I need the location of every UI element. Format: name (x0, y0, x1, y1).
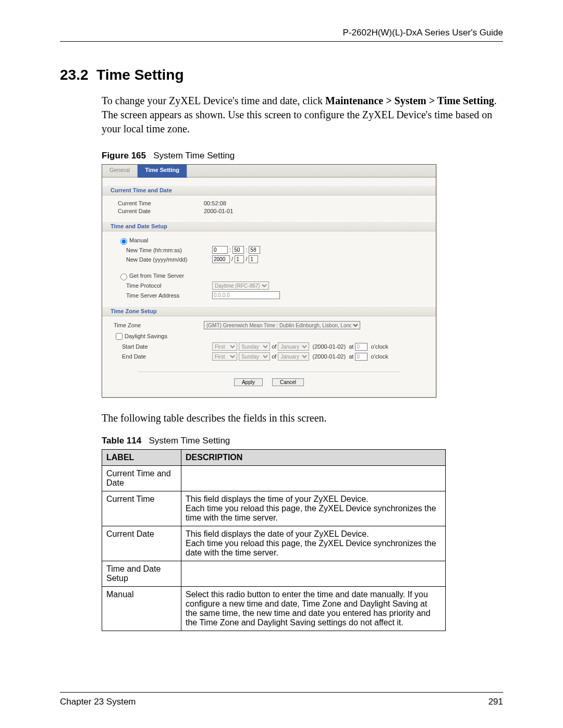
input-new-date-dd[interactable] (249, 255, 258, 263)
intro-paragraph: To change your ZyXEL Device's time and d… (102, 94, 503, 136)
cancel-button[interactable]: Cancel (272, 378, 304, 386)
input-new-time-mm[interactable] (232, 246, 244, 254)
input-new-time-ss[interactable] (249, 246, 260, 254)
value-start-dst-date: (2000-01-02) (313, 343, 346, 350)
cell-label: Time and Date Setup (102, 561, 181, 587)
cell-desc-line: This field displays the date of your ZyX… (186, 529, 441, 539)
input-new-date-mm[interactable] (235, 255, 244, 263)
cell-label: Current Date (102, 526, 181, 561)
cell-desc: This field displays the date of your ZyX… (181, 526, 446, 561)
separator-dots (139, 372, 399, 372)
tab-time-setting[interactable]: Time Setting (138, 165, 187, 178)
band-time-date-setup: Time and Date Setup (102, 221, 436, 231)
band-current-time-date: Current Time and Date (102, 185, 436, 195)
table-row: Manual Select this radio button to enter… (102, 587, 446, 631)
header-rule (60, 41, 503, 42)
label-of-end: of (272, 353, 276, 360)
select-end-day[interactable]: Sunday (239, 352, 270, 361)
intro-pre: To change your ZyXEL Device's time and d… (102, 95, 325, 106)
table-row: Current Date This field displays the dat… (102, 526, 446, 561)
cell-desc: This field displays the time of your ZyX… (181, 491, 446, 526)
cell-desc-line: Each time you reload this page, the ZyXE… (186, 539, 441, 558)
select-start-month[interactable]: January (278, 342, 309, 351)
section-title: Time Setting (96, 67, 184, 83)
figure-title: System Time Setting (153, 151, 235, 161)
figure-caption: Figure 165 System Time Setting (102, 151, 503, 161)
table-row: Current Time and Date (102, 466, 446, 491)
label-of-start: of (272, 343, 276, 350)
intro-bold-path: Maintenance > System > Time Setting (325, 95, 494, 106)
th-description: DESCRIPTION (181, 450, 446, 466)
footer-page-number: 291 (488, 697, 503, 707)
table-caption: Table 114 System Time Setting (102, 436, 503, 446)
field-description-table: LABEL DESCRIPTION Current Time and Date … (102, 449, 446, 631)
table-label: Table 114 (102, 436, 141, 446)
label-oclock-start: o'clock (371, 343, 388, 350)
select-start-ordinal[interactable]: First (212, 342, 237, 351)
checkbox-daylight-savings[interactable] (116, 333, 123, 340)
cell-desc: Select this radio button to enter the ti… (181, 587, 446, 631)
input-start-hour[interactable] (355, 343, 368, 351)
select-end-ordinal[interactable]: First (212, 352, 237, 361)
select-time-zone[interactable]: (GMT) Greenwich Mean Time : Dublin Edinb… (204, 321, 360, 329)
cell-label: Manual (102, 587, 181, 631)
label-start-date: Start Date (114, 343, 212, 350)
footer-rule (60, 692, 503, 693)
tab-bar: General Time Setting (102, 165, 436, 178)
label-end-date: End Date (114, 353, 212, 360)
label-at-start: at (349, 343, 353, 350)
cell-label: Current Time (102, 491, 181, 526)
select-start-day[interactable]: Sunday (239, 342, 270, 351)
value-current-time: 00:52:08 (204, 200, 226, 206)
cell-desc-line: This field displays the time of your ZyX… (186, 495, 441, 504)
table-row: Current Time This field displays the tim… (102, 491, 446, 526)
select-end-month[interactable]: January (278, 352, 309, 361)
radio-manual[interactable] (120, 238, 127, 245)
label-time-zone: Time Zone (114, 322, 204, 328)
label-time-server-address: Time Server Address (118, 292, 212, 299)
value-current-date: 2000-01-01 (204, 208, 233, 214)
apply-button[interactable]: Apply (234, 378, 263, 386)
value-end-dst-date: (2000-01-02) (313, 353, 346, 360)
label-oclock-end: o'clock (371, 353, 388, 360)
label-time-protocol: Time Protocol (118, 282, 212, 289)
time-setting-screenshot: General Time Setting Current Time and Da… (102, 164, 436, 398)
label-at-end: at (349, 353, 353, 360)
table-row: Time and Date Setup (102, 561, 446, 587)
table-title: System Time Setting (149, 436, 230, 446)
label-current-date: Current Date (118, 208, 204, 214)
radio-time-server[interactable] (120, 274, 127, 280)
label-get-from-server: Get from Time Server (129, 273, 184, 279)
input-new-date-yyyy[interactable] (212, 255, 230, 263)
select-time-protocol[interactable]: Daytime (RFC-867) (212, 281, 269, 290)
section-number: 23.2 (60, 67, 89, 83)
footer-chapter: Chapter 23 System (60, 697, 136, 707)
band-time-zone-setup: Time Zone Setup (102, 306, 436, 316)
th-label: LABEL (102, 450, 181, 466)
label-new-time: New Time (hh:mm:ss) (118, 247, 212, 253)
cell-desc (181, 561, 446, 587)
input-time-server-address[interactable] (212, 291, 280, 299)
label-new-date: New Date (yyyy/mm/dd) (118, 256, 212, 263)
table-intro-paragraph: The following table describes the fields… (102, 412, 503, 424)
label-current-time: Current Time (118, 200, 204, 206)
cell-label: Current Time and Date (102, 466, 181, 491)
header-guide-title: P-2602H(W)(L)-DxA Series User's Guide (60, 28, 503, 38)
input-end-hour[interactable] (355, 353, 368, 361)
cell-desc (181, 466, 446, 491)
input-new-time-hh[interactable] (212, 246, 228, 254)
tab-general[interactable]: General (102, 165, 138, 177)
label-manual: Manual (129, 237, 148, 243)
section-heading: 23.2 Time Setting (60, 67, 503, 83)
figure-label: Figure 165 (102, 151, 146, 161)
label-daylight-savings: Daylight Savings (125, 333, 167, 339)
cell-desc-line: Each time you reload this page, the ZyXE… (186, 504, 441, 523)
